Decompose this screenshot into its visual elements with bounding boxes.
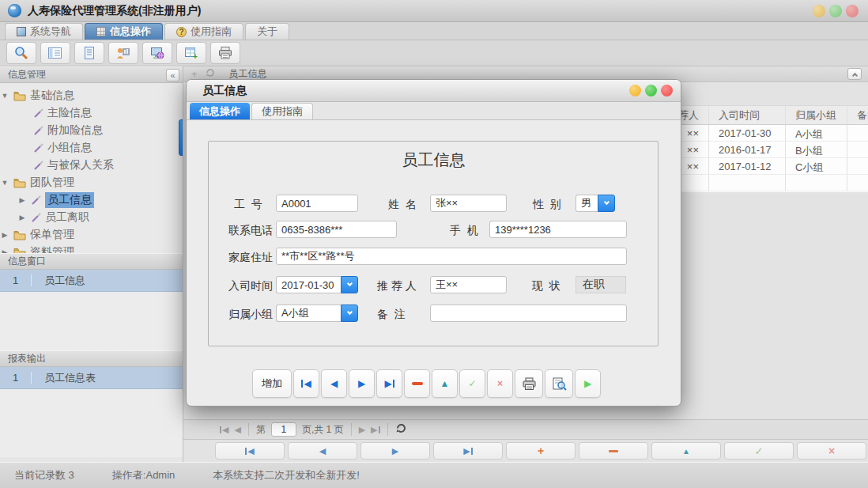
expander-down-icon[interactable]: ▼ xyxy=(0,92,9,100)
page-last-button[interactable]: ▶ xyxy=(371,425,379,435)
dialog-maximize-button[interactable] xyxy=(645,85,657,96)
chevron-down-icon[interactable] xyxy=(341,305,358,322)
chevron-down-icon[interactable] xyxy=(598,195,615,212)
tab-system-nav[interactable]: 系统导航 xyxy=(5,23,83,40)
print-button[interactable] xyxy=(515,369,543,398)
address-field[interactable] xyxy=(276,248,627,265)
chevron-down-icon[interactable] xyxy=(341,276,358,293)
expander-down-icon[interactable]: ▼ xyxy=(0,179,9,187)
preview-icon xyxy=(552,377,567,391)
tree-item-basic-info[interactable]: ▼ 基础信息 xyxy=(0,87,183,104)
agent-report-button[interactable] xyxy=(108,42,138,64)
panel-collapse-button[interactable] xyxy=(847,68,862,80)
tab-label: 系统导航 xyxy=(30,25,71,39)
item-label: 员工信息 xyxy=(32,274,85,288)
group-select[interactable]: A小组 xyxy=(276,305,358,322)
reports-panel-title: 报表输出 xyxy=(8,352,46,365)
recommender-field[interactable] xyxy=(430,276,507,293)
report-list-item[interactable]: 1 员工信息表 xyxy=(0,367,183,389)
item-number: 1 xyxy=(0,372,32,384)
page-first-button[interactable]: ◀ xyxy=(220,425,228,435)
folder-icon xyxy=(13,230,26,240)
tree-item-group-info[interactable]: 小组信息 xyxy=(0,139,183,157)
cancel-record-button[interactable]: × xyxy=(487,369,513,398)
expander-right-icon[interactable]: ▶ xyxy=(0,231,9,239)
form-view-button[interactable] xyxy=(40,42,70,64)
tree-item-insured-relation[interactable]: 与被保人关系 xyxy=(0,157,183,174)
wand-icon xyxy=(31,195,41,206)
phone-field[interactable] xyxy=(276,221,397,238)
tree-item-policy-mgmt[interactable]: ▶ 保单管理 xyxy=(0,226,183,244)
page-input[interactable] xyxy=(271,422,296,437)
edit-record-button[interactable]: ▲ xyxy=(432,369,458,398)
tree-item-additional-insurance[interactable]: 附加险信息 xyxy=(0,122,183,139)
confirm-button[interactable]: ✓ xyxy=(724,442,794,460)
sidebar-scrollbar-thumb[interactable] xyxy=(179,119,183,156)
print-tool-button[interactable] xyxy=(210,42,240,64)
search-button[interactable] xyxy=(6,42,36,64)
tree-item-team-mgmt[interactable]: ▼ 团队管理 xyxy=(0,174,183,191)
cancel-button[interactable]: × xyxy=(797,442,866,460)
window-list-item[interactable]: 1 员工信息 xyxy=(0,270,183,292)
dialog-tab-info-operation[interactable]: 信息操作 xyxy=(190,103,250,119)
tree-item-employee-info[interactable]: ▶ 员工信息 xyxy=(0,191,183,209)
sidebar-collapse-button[interactable]: « xyxy=(166,69,179,81)
document-button[interactable] xyxy=(74,42,104,64)
dialog-tab-user-guide[interactable]: 使用指南 xyxy=(251,103,313,119)
delete-row-button[interactable] xyxy=(579,442,648,460)
remarks-field[interactable] xyxy=(430,305,627,322)
svg-text:+: + xyxy=(193,52,198,60)
prev-record-button[interactable]: ◀ xyxy=(321,369,347,398)
col-remarks[interactable]: 备注 xyxy=(847,106,868,124)
expander-right-icon[interactable]: ▶ xyxy=(17,196,27,204)
dialog-minimize-button[interactable] xyxy=(629,85,641,96)
report-list-empty xyxy=(0,389,183,457)
dialog-close-button[interactable] xyxy=(661,85,673,96)
refresh-icon[interactable] xyxy=(206,68,215,80)
minimize-button[interactable] xyxy=(813,5,825,17)
nav-prev-button[interactable]: ◀ xyxy=(288,442,357,460)
add-row-button[interactable]: + xyxy=(506,442,576,460)
delete-record-button[interactable] xyxy=(404,369,430,398)
gender-select[interactable]: 男 xyxy=(576,195,615,212)
page-next-button[interactable]: ▶ xyxy=(359,425,365,435)
first-record-button[interactable]: ◀ xyxy=(293,369,319,398)
windows-panel-title: 信息窗口 xyxy=(8,255,46,268)
dialog-title-bar[interactable]: 员工信息 xyxy=(187,80,681,102)
tree-item-employee-resign[interactable]: ▶ 员工离职 xyxy=(0,209,183,226)
table-add-button[interactable]: + xyxy=(176,42,206,64)
run-button[interactable]: ▶ xyxy=(575,369,601,398)
last-record-button[interactable]: ▶ xyxy=(376,369,402,398)
nav-next-button[interactable]: ▶ xyxy=(360,442,430,460)
tab-user-guide[interactable]: ? 使用指南 xyxy=(164,23,243,40)
tree-item-main-insurance[interactable]: 主险信息 xyxy=(0,104,183,122)
cell: C小组 xyxy=(786,158,847,174)
monitor-button[interactable] xyxy=(142,42,172,64)
tab-about[interactable]: 关于 xyxy=(245,23,289,40)
next-record-button[interactable]: ▶ xyxy=(349,369,375,398)
save-record-button[interactable]: ✓ xyxy=(459,369,485,398)
preview-button[interactable] xyxy=(545,369,573,398)
add-icon[interactable]: + xyxy=(191,68,198,80)
page-prev-button[interactable]: ◀ xyxy=(234,425,240,435)
join-date-select[interactable]: 2017-01-30 xyxy=(276,276,358,293)
mobile-field[interactable] xyxy=(489,221,627,238)
nav-first-button[interactable]: ◀ xyxy=(215,442,285,460)
close-button[interactable] xyxy=(846,5,859,17)
form-icon xyxy=(47,46,63,60)
add-button[interactable]: 增加 xyxy=(252,369,292,398)
col-join-date[interactable]: 入司时间 xyxy=(709,106,786,124)
name-field[interactable] xyxy=(430,195,507,212)
window-title: 人寿保险代理管理系统(非注册用户) xyxy=(28,4,201,18)
maximize-button[interactable] xyxy=(829,5,842,17)
employee-id-field[interactable] xyxy=(276,195,358,212)
tree-label-selected: 员工信息 xyxy=(45,192,94,208)
refresh-button[interactable] xyxy=(395,422,407,437)
col-group[interactable]: 归属小组 xyxy=(786,106,847,124)
edit-row-button[interactable]: ▲ xyxy=(651,442,721,460)
wand-icon xyxy=(33,126,43,136)
nav-last-button[interactable]: ▶ xyxy=(433,442,503,460)
tab-info-operation[interactable]: 信息操作 xyxy=(85,23,163,40)
tree-item-data-mgmt[interactable]: ▶ 资料管理 xyxy=(0,244,183,253)
expander-right-icon[interactable]: ▶ xyxy=(17,214,27,221)
